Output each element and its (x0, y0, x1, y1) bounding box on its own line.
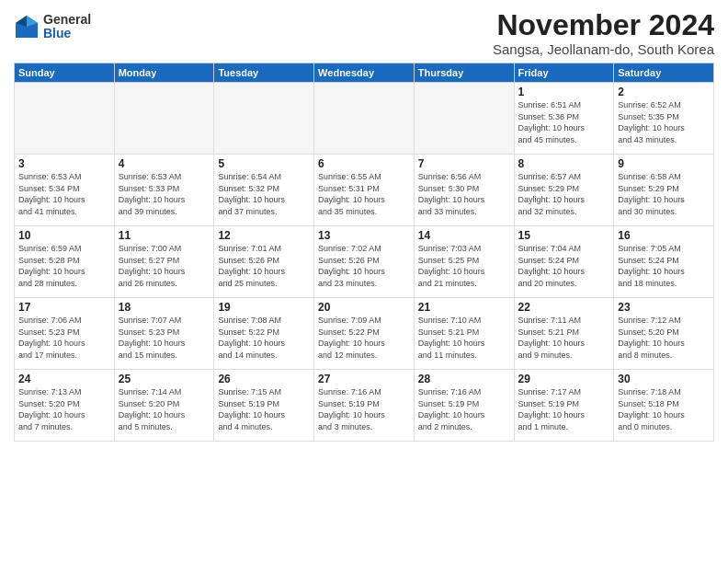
day-number: 4 (119, 157, 210, 170)
day-number: 18 (119, 301, 210, 314)
day-info: Sunrise: 7:15 AM Sunset: 5:19 PM Dayligh… (218, 386, 310, 432)
day-number: 23 (618, 301, 710, 314)
day-cell: 25Sunrise: 7:14 AM Sunset: 5:20 PM Dayli… (114, 370, 214, 442)
day-info: Sunrise: 7:03 AM Sunset: 5:25 PM Dayligh… (418, 243, 510, 289)
day-info: Sunrise: 6:53 AM Sunset: 5:34 PM Dayligh… (18, 171, 110, 217)
day-cell: 27Sunrise: 7:16 AM Sunset: 5:19 PM Dayli… (314, 370, 415, 442)
day-number: 30 (618, 373, 710, 385)
day-number: 27 (318, 373, 410, 385)
day-number: 16 (618, 229, 710, 242)
day-cell: 26Sunrise: 7:15 AM Sunset: 5:19 PM Dayli… (214, 370, 314, 442)
day-number: 17 (18, 301, 110, 314)
day-cell: 2Sunrise: 6:52 AM Sunset: 5:35 PM Daylig… (614, 83, 714, 155)
day-info: Sunrise: 7:09 AM Sunset: 5:22 PM Dayligh… (318, 315, 410, 361)
day-cell: 6Sunrise: 6:55 AM Sunset: 5:31 PM Daylig… (314, 155, 415, 226)
day-number: 22 (518, 301, 610, 314)
day-number: 14 (418, 229, 510, 242)
day-number: 7 (418, 157, 510, 170)
logo-text: General Blue (43, 13, 91, 41)
day-cell: 12Sunrise: 7:01 AM Sunset: 5:26 PM Dayli… (214, 226, 314, 298)
col-saturday: Saturday (614, 63, 714, 83)
day-cell: 24Sunrise: 7:13 AM Sunset: 5:20 PM Dayli… (15, 370, 115, 442)
day-info: Sunrise: 6:56 AM Sunset: 5:30 PM Dayligh… (418, 171, 510, 217)
day-number: 19 (218, 301, 310, 314)
month-title: November 2024 (493, 9, 714, 41)
day-info: Sunrise: 6:57 AM Sunset: 5:29 PM Dayligh… (518, 171, 610, 217)
day-number: 8 (518, 157, 610, 170)
day-info: Sunrise: 7:07 AM Sunset: 5:23 PM Dayligh… (119, 315, 210, 361)
day-cell: 1Sunrise: 6:51 AM Sunset: 5:36 PM Daylig… (514, 83, 614, 155)
day-info: Sunrise: 7:02 AM Sunset: 5:26 PM Dayligh… (318, 243, 410, 289)
day-info: Sunrise: 6:51 AM Sunset: 5:36 PM Dayligh… (518, 99, 610, 145)
col-thursday: Thursday (414, 63, 514, 83)
day-cell: 22Sunrise: 7:11 AM Sunset: 5:21 PM Dayli… (514, 298, 614, 370)
col-wednesday: Wednesday (314, 63, 415, 83)
day-info: Sunrise: 7:10 AM Sunset: 5:21 PM Dayligh… (418, 315, 510, 361)
day-cell (214, 83, 314, 155)
day-cell: 17Sunrise: 7:06 AM Sunset: 5:23 PM Dayli… (15, 298, 115, 370)
day-number: 29 (518, 373, 610, 385)
day-cell: 20Sunrise: 7:09 AM Sunset: 5:22 PM Dayli… (314, 298, 415, 370)
day-info: Sunrise: 7:11 AM Sunset: 5:21 PM Dayligh… (518, 315, 610, 361)
day-number: 10 (18, 229, 110, 242)
day-cell (114, 83, 214, 155)
day-number: 1 (518, 86, 610, 98)
day-number: 28 (418, 373, 510, 385)
col-monday: Monday (114, 63, 214, 83)
day-cell: 7Sunrise: 6:56 AM Sunset: 5:30 PM Daylig… (414, 155, 514, 226)
day-cell: 11Sunrise: 7:00 AM Sunset: 5:27 PM Dayli… (114, 226, 214, 298)
day-info: Sunrise: 7:17 AM Sunset: 5:19 PM Dayligh… (518, 386, 610, 432)
day-cell: 9Sunrise: 6:58 AM Sunset: 5:29 PM Daylig… (614, 155, 714, 226)
week-row-3: 10Sunrise: 6:59 AM Sunset: 5:28 PM Dayli… (15, 226, 714, 298)
day-number: 15 (518, 229, 610, 242)
day-number: 3 (18, 157, 110, 170)
week-row-1: 1Sunrise: 6:51 AM Sunset: 5:36 PM Daylig… (15, 83, 714, 155)
day-cell (314, 83, 415, 155)
calendar-table: Sunday Monday Tuesday Wednesday Thursday… (14, 63, 714, 442)
day-info: Sunrise: 7:14 AM Sunset: 5:20 PM Dayligh… (119, 386, 210, 432)
day-cell: 21Sunrise: 7:10 AM Sunset: 5:21 PM Dayli… (414, 298, 514, 370)
day-cell: 13Sunrise: 7:02 AM Sunset: 5:26 PM Dayli… (314, 226, 415, 298)
day-info: Sunrise: 7:01 AM Sunset: 5:26 PM Dayligh… (218, 243, 310, 289)
day-number: 24 (18, 373, 110, 385)
day-info: Sunrise: 7:12 AM Sunset: 5:20 PM Dayligh… (618, 315, 710, 361)
logo-general: General (43, 13, 91, 27)
day-cell: 23Sunrise: 7:12 AM Sunset: 5:20 PM Dayli… (614, 298, 714, 370)
day-number: 25 (119, 373, 210, 385)
week-row-4: 17Sunrise: 7:06 AM Sunset: 5:23 PM Dayli… (15, 298, 714, 370)
day-info: Sunrise: 6:59 AM Sunset: 5:28 PM Dayligh… (18, 243, 110, 289)
logo-blue: Blue (43, 27, 91, 40)
day-info: Sunrise: 6:54 AM Sunset: 5:32 PM Dayligh… (218, 171, 310, 217)
day-info: Sunrise: 6:55 AM Sunset: 5:31 PM Dayligh… (318, 171, 410, 217)
location: Sangsa, Jeollanam-do, South Korea (493, 41, 714, 57)
day-info: Sunrise: 7:16 AM Sunset: 5:19 PM Dayligh… (318, 386, 410, 432)
day-number: 9 (618, 157, 710, 170)
day-info: Sunrise: 7:08 AM Sunset: 5:22 PM Dayligh… (218, 315, 310, 361)
day-info: Sunrise: 7:05 AM Sunset: 5:24 PM Dayligh… (618, 243, 710, 289)
day-info: Sunrise: 6:53 AM Sunset: 5:33 PM Dayligh… (119, 171, 210, 217)
day-cell: 10Sunrise: 6:59 AM Sunset: 5:28 PM Dayli… (15, 226, 115, 298)
day-number: 20 (318, 301, 410, 314)
day-info: Sunrise: 7:04 AM Sunset: 5:24 PM Dayligh… (518, 243, 610, 289)
day-info: Sunrise: 7:06 AM Sunset: 5:23 PM Dayligh… (18, 315, 110, 361)
day-cell: 19Sunrise: 7:08 AM Sunset: 5:22 PM Dayli… (214, 298, 314, 370)
day-info: Sunrise: 6:58 AM Sunset: 5:29 PM Dayligh… (618, 171, 710, 217)
day-number: 6 (318, 157, 410, 170)
logo-icon (14, 14, 40, 40)
day-number: 26 (218, 373, 310, 385)
day-cell: 18Sunrise: 7:07 AM Sunset: 5:23 PM Dayli… (114, 298, 214, 370)
title-block: November 2024 Sangsa, Jeollanam-do, Sout… (493, 9, 714, 57)
day-cell: 28Sunrise: 7:16 AM Sunset: 5:19 PM Dayli… (414, 370, 514, 442)
day-number: 2 (618, 86, 710, 98)
day-cell: 14Sunrise: 7:03 AM Sunset: 5:25 PM Dayli… (414, 226, 514, 298)
day-cell: 8Sunrise: 6:57 AM Sunset: 5:29 PM Daylig… (514, 155, 614, 226)
day-number: 5 (218, 157, 310, 170)
day-cell: 30Sunrise: 7:18 AM Sunset: 5:18 PM Dayli… (614, 370, 714, 442)
day-cell: 16Sunrise: 7:05 AM Sunset: 5:24 PM Dayli… (614, 226, 714, 298)
col-sunday: Sunday (15, 63, 115, 83)
day-cell (15, 83, 115, 155)
day-cell: 3Sunrise: 6:53 AM Sunset: 5:34 PM Daylig… (15, 155, 115, 226)
page: General Blue November 2024 Sangsa, Jeoll… (0, 0, 728, 563)
day-cell: 4Sunrise: 6:53 AM Sunset: 5:33 PM Daylig… (114, 155, 214, 226)
day-number: 21 (418, 301, 510, 314)
